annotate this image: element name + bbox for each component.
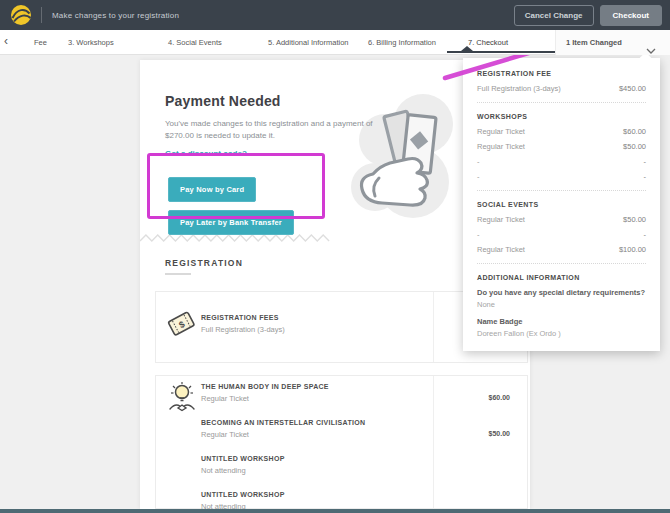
panel-row: Regular Ticket $60.00 — [477, 127, 646, 136]
workshop-sub: Regular Ticket — [201, 394, 329, 403]
panel-section-title: SOCIAL EVENTS — [477, 201, 646, 208]
dotted-divider — [477, 190, 646, 191]
workshop-price: $50.00 — [489, 430, 510, 437]
checkout-button[interactable]: Checkout — [600, 5, 662, 26]
cancel-change-button[interactable]: Cancel Change — [514, 5, 594, 26]
discount-code-link[interactable]: Got a discount code? — [165, 149, 247, 158]
back-chevron-icon[interactable]: ‹ — [4, 34, 8, 48]
items-changed-dropdown[interactable]: 1 Item Changed — [555, 30, 670, 55]
panel-row: Full Registration (3-days) $450.00 — [477, 84, 646, 93]
registration-heading: REGISTRATION — [165, 258, 243, 268]
window-bottom-edge — [0, 509, 670, 513]
dotted-divider — [477, 263, 646, 264]
dotted-divider — [477, 102, 646, 103]
panel-question: Do you have any special dietary requirem… — [477, 288, 646, 298]
payment-needed-text: You've made changes to this registration… — [165, 118, 397, 141]
panel-row: - - — [477, 230, 646, 239]
workshop-sub: Not attending — [201, 466, 285, 475]
workshop-title: UNTITLED WORKSHOP — [201, 491, 285, 498]
workshop-title: BECOMING AN INTERSTELLAR CIVILISATION — [201, 419, 365, 426]
panel-row: Regular Ticket $50.00 — [477, 215, 646, 224]
fees-subtitle: Full Registration (3-days) — [201, 325, 285, 334]
tab-additional-information[interactable]: 5. Additional Information — [268, 38, 348, 47]
items-changed-panel: REGISTRATION FEE Full Registration (3-da… — [463, 58, 660, 351]
tab-fee[interactable]: Fee — [34, 38, 47, 47]
workshop-price: $60.00 — [489, 394, 510, 401]
tab-workshops[interactable]: 3. Workshops — [68, 38, 114, 47]
workshops-card: THE HUMAN BODY IN DEEP SPACE Regular Tic… — [155, 375, 528, 509]
panel-section-title: ADDITIONAL INFORMATION — [477, 274, 646, 281]
workshop-sub: Regular Ticket — [201, 430, 365, 439]
panel-row: - - — [477, 172, 646, 181]
panel-row: - - — [477, 157, 646, 166]
chevron-down-icon — [646, 40, 656, 58]
topbar: Make changes to your registration Cancel… — [0, 0, 670, 30]
topbar-title: Make changes to your registration — [52, 11, 179, 20]
panel-section-title: WORKSHOPS — [477, 113, 646, 120]
panel-section-title: REGISTRATION FEE — [477, 70, 646, 77]
tab-social-events[interactable]: 4. Social Events — [168, 38, 222, 47]
pay-later-bank-button[interactable]: Pay Later by Bank Transfer — [168, 210, 294, 235]
lightbulb-icon — [166, 381, 198, 419]
fees-title: REGISTRATION FEES — [201, 314, 285, 321]
workshops-price-column: $60.00 $50.00 — [433, 376, 527, 508]
tab-checkout[interactable]: 7. Checkout — [468, 38, 508, 47]
workshop-title: UNTITLED WORKSHOP — [201, 455, 285, 462]
workshop-sub: Not attending — [201, 502, 285, 509]
panel-row: Regular Ticket $50.00 — [477, 142, 646, 151]
step-tabbar: ‹ Fee 3. Workshops 4. Social Events 5. A… — [0, 30, 670, 55]
pay-now-card-button[interactable]: Pay Now by Card — [168, 177, 256, 202]
items-changed-label: 1 Item Changed — [566, 38, 622, 47]
panel-question: Name Badge — [477, 317, 646, 327]
registration-heading-underline — [165, 273, 191, 275]
workshop-title: THE HUMAN BODY IN DEEP SPACE — [201, 383, 329, 390]
topbar-divider — [41, 7, 42, 23]
tab-billing-information[interactable]: 6. Billing Information — [368, 38, 436, 47]
active-tab-underline — [447, 51, 558, 54]
active-tab-caret-icon — [461, 46, 473, 51]
panel-answer: None — [477, 300, 646, 309]
exordo-logo-icon — [11, 5, 31, 25]
panel-answer: Doreen Fallon (Ex Ordo ) — [477, 329, 646, 338]
ticket-icon: $ — [166, 308, 198, 346]
panel-row: Regular Ticket $100.00 — [477, 245, 646, 254]
